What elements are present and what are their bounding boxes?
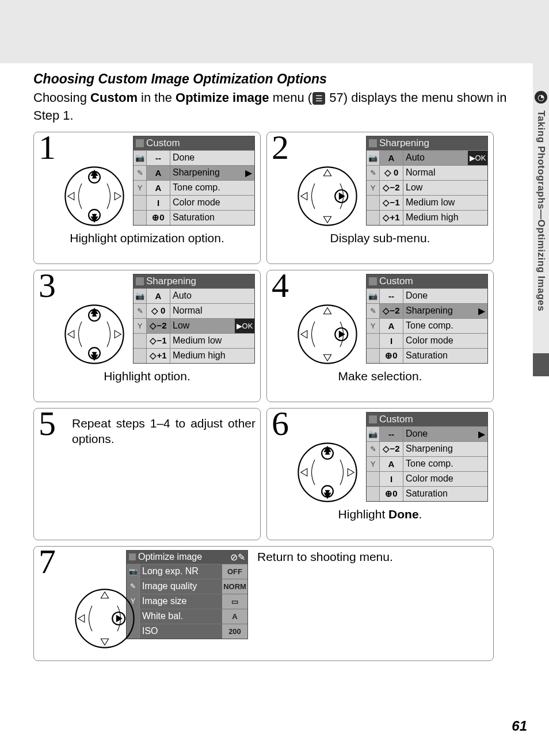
menu-title: Custom	[379, 276, 413, 287]
row-value: ◇−1	[380, 196, 403, 210]
step-number: 4	[272, 266, 289, 306]
row-value: I	[380, 472, 403, 486]
step-caption: Highlight Done.	[272, 507, 489, 521]
row-label: Tone comp.	[170, 182, 254, 193]
play-icon	[136, 277, 144, 285]
row-label: ISO	[140, 626, 222, 636]
row-value: I	[147, 196, 170, 210]
row-value: OFF	[222, 564, 247, 579]
menu-row: ✎◇ 0Normal	[367, 165, 487, 180]
menu-row: ✎Image qualityNORM	[127, 579, 247, 594]
row-label: Tone comp.	[403, 459, 487, 469]
step-4: 4 Custom 📷--Done✎◇−2Sharpening▶YATone co…	[266, 270, 494, 402]
row-label: Medium high	[403, 212, 487, 223]
dpad-right	[296, 165, 359, 228]
dpad-up-down	[63, 303, 126, 366]
intro-bold-optimize: Optimize image	[176, 90, 269, 105]
row-side-icon	[134, 196, 147, 210]
intro-paragraph: Choosing Custom in the Optimize image me…	[33, 89, 511, 125]
row-value: ◇−2	[380, 181, 403, 195]
menu-row: ◇+1Medium high	[367, 210, 487, 225]
dpad-up-down	[296, 441, 359, 504]
svg-marker-27	[301, 330, 307, 338]
menu-title: Custom	[146, 138, 180, 149]
intro-bold-custom: Custom	[90, 90, 138, 105]
row-side-icon	[134, 349, 147, 363]
row-side-icon: Y	[367, 457, 380, 471]
row-value: ◇ 0	[380, 166, 403, 180]
row-side-icon: Y	[134, 319, 147, 333]
step-number: 6	[272, 404, 289, 444]
side-tab: ◔ Taking Photographs—Optimizing Images	[533, 63, 549, 371]
row-label: Low	[170, 320, 235, 331]
row-side-icon: ✎	[367, 166, 380, 180]
caption-text: Highlight	[338, 507, 389, 521]
row-value: A	[147, 181, 170, 195]
play-icon	[136, 139, 144, 147]
row-value: ◇+1	[380, 211, 403, 225]
menu-title: Optimize image	[138, 552, 202, 562]
page-number: 61	[512, 718, 527, 734]
row-label: Auto	[403, 152, 468, 163]
menu-row: 📷AAuto▶OK	[367, 150, 487, 165]
row-value: NORM	[222, 579, 247, 594]
row-value: A	[380, 457, 403, 471]
row-label: Medium high	[170, 350, 254, 361]
menu-sharpening: Sharpening 📷AAuto✎◇ 0NormalY◇−2Low▶OK◇−1…	[133, 274, 255, 364]
menu-sharpening: Sharpening 📷AAuto▶OK✎◇ 0NormalY◇−2Low◇−1…	[366, 136, 488, 226]
step-3: 3 Sharpening 📷AAuto✎◇ 0NormalY◇−2Low▶OK◇…	[33, 270, 261, 402]
menu-rows: 📷--Done✎◇−2Sharpening▶YATone comp.IColor…	[367, 288, 487, 363]
row-label: Saturation	[403, 350, 487, 361]
menu-row: White bal.A	[127, 609, 247, 624]
arrow-icon: ▶	[243, 167, 254, 178]
header-bar	[0, 0, 549, 63]
menu-title: Custom	[379, 414, 413, 425]
menu-title: Sharpening	[379, 138, 429, 149]
steps-grid: 1 Custom 📷--Done✎ASharpening▶YATone comp…	[33, 132, 511, 661]
menu-rows: 📷AAuto▶OK✎◇ 0NormalY◇−2Low◇−1Medium low◇…	[367, 150, 487, 225]
row-side-icon: 📷	[367, 427, 380, 441]
row-side-icon: ✎	[367, 304, 380, 318]
menu-row: IColor mode	[134, 195, 254, 210]
row-side-icon: 📷	[134, 289, 147, 303]
row-label: Image quality	[140, 581, 222, 591]
page-content: Choosing Custom Image Optimization Optio…	[33, 71, 511, 661]
caption-text: .	[419, 507, 422, 521]
menu-row: Y◇−2Low▶OK	[134, 318, 254, 333]
row-side-icon	[134, 334, 147, 348]
row-label: Color mode	[403, 474, 487, 484]
row-side-icon	[367, 472, 380, 486]
row-value: ⊕0	[380, 487, 403, 501]
menu-row: ◇−1Medium low	[134, 333, 254, 348]
svg-marker-29	[339, 330, 345, 338]
row-value: A	[147, 166, 170, 180]
row-value: A	[380, 151, 403, 165]
menu-row: YATone comp.	[134, 180, 254, 195]
row-label: Saturation	[170, 212, 254, 223]
row-label: Color mode	[170, 197, 254, 208]
menu-custom: Custom 📷--Done✎◇−2Sharpening▶YATone comp…	[366, 274, 488, 364]
dpad-right	[73, 587, 136, 650]
row-side-icon	[367, 349, 380, 363]
row-value: ▭	[222, 594, 247, 609]
row-side-icon: ✎	[134, 304, 147, 318]
row-value: I	[380, 334, 403, 348]
dpad-right	[296, 303, 359, 366]
row-side-icon: 📷	[367, 289, 380, 303]
side-tab-label: Taking Photographs—Optimizing Images	[535, 110, 547, 311]
ok-indicator: ▶OK	[468, 151, 487, 165]
step-2: 2 Sharpening 📷AAuto▶OK✎◇ 0NormalY◇−2Low◇…	[266, 132, 494, 264]
row-value: ◇+1	[147, 349, 170, 363]
row-label: Saturation	[403, 488, 487, 499]
row-value: ◇−1	[147, 334, 170, 348]
intro-text: Choosing	[33, 90, 90, 105]
svg-marker-40	[101, 591, 108, 598]
row-side-icon: 📷	[367, 151, 380, 165]
row-label: Done	[403, 291, 487, 301]
row-label: Low	[403, 182, 487, 193]
row-side-icon: ✎	[367, 442, 380, 456]
svg-marker-14	[339, 192, 345, 200]
row-value: --	[147, 151, 170, 165]
menu-row: ✎◇−2Sharpening▶	[367, 303, 487, 318]
palette-icon: ◔	[535, 91, 547, 104]
